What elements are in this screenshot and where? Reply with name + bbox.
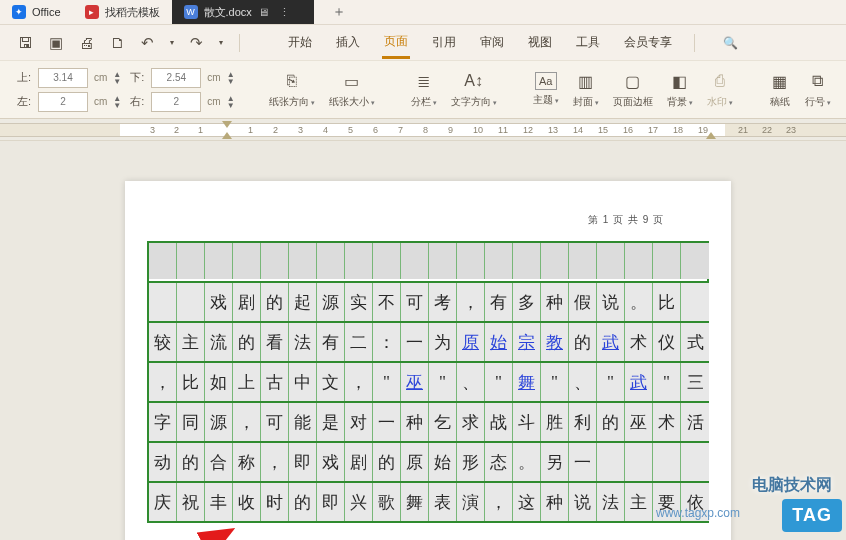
hyperlink-text[interactable]: 舞 [518, 371, 535, 394]
grid-cell[interactable]: 斗 [513, 403, 541, 441]
grid-cell[interactable]: " [653, 363, 681, 401]
spin-icon[interactable]: ▲▼ [227, 71, 237, 85]
grid-cell[interactable]: 看 [261, 323, 289, 361]
hyperlink-text[interactable]: 教 [546, 331, 563, 354]
preview-button[interactable]: 🗋 [110, 34, 125, 51]
margin-left-input[interactable]: 2 [38, 92, 88, 112]
grid-cell[interactable]: 一 [569, 443, 597, 481]
grid-cell[interactable]: 丰 [205, 483, 233, 521]
hyperlink-text[interactable]: 始 [490, 331, 507, 354]
grid-cell[interactable]: 歌 [373, 483, 401, 521]
grid-cell[interactable]: 始 [485, 323, 513, 361]
grid-cell[interactable]: 源 [205, 403, 233, 441]
menu-start[interactable]: 开始 [286, 28, 314, 57]
grid-cell[interactable]: 。 [625, 283, 653, 321]
menu-refs[interactable]: 引用 [430, 28, 458, 57]
grid-cell[interactable]: 说 [597, 283, 625, 321]
grid-cell[interactable] [149, 243, 177, 279]
grid-cell[interactable]: 舞 [401, 483, 429, 521]
grid-cell[interactable]: 教 [541, 323, 569, 361]
grid-cell[interactable] [177, 283, 205, 321]
watermark-button[interactable]: ⎙ 水印▾ [703, 70, 737, 109]
menu-review[interactable]: 审阅 [478, 28, 506, 57]
grid-cell[interactable] [485, 243, 513, 279]
grid-cell[interactable]: 实 [345, 283, 373, 321]
grid-cell[interactable] [205, 243, 233, 279]
grid-cell[interactable] [401, 243, 429, 279]
document-area[interactable]: 第 1 页 共 9 页 戏剧的起源实不可考，有多种假说。比较主流的看法有二：一为… [0, 141, 846, 540]
grid-cell[interactable]: 乞 [429, 403, 457, 441]
paper-size-button[interactable]: ▭ 纸张大小▾ [325, 70, 379, 109]
grid-cell[interactable]: 的 [177, 443, 205, 481]
grid-cell[interactable]: 原 [457, 323, 485, 361]
grid-cell[interactable]: 法 [289, 323, 317, 361]
grid-cell[interactable] [513, 243, 541, 279]
tab-overflow-icon[interactable]: ⋮ [279, 6, 290, 19]
grid-cell[interactable] [457, 243, 485, 279]
grid-cell[interactable]: 时 [261, 483, 289, 521]
grid-cell[interactable]: 演 [457, 483, 485, 521]
grid-row[interactable]: 动的合称，即戏剧的原始形态。另一 [147, 441, 709, 481]
text-direction-button[interactable]: A↕ 文字方向▾ [447, 70, 501, 109]
page-border-button[interactable]: ▢ 页面边框 [609, 70, 657, 109]
grid-cell[interactable]: 假 [569, 283, 597, 321]
grid-row[interactable]: ，比如上古中文，"巫"、"舞"、"武"三 [147, 361, 709, 401]
grid-cell[interactable]: " [541, 363, 569, 401]
grid-cell[interactable]: 的 [569, 323, 597, 361]
grid-cell[interactable] [373, 243, 401, 279]
grid-cell[interactable]: 。 [513, 443, 541, 481]
menu-page[interactable]: 页面 [382, 27, 410, 59]
grid-cell[interactable]: 中 [289, 363, 317, 401]
grid-cell[interactable]: 字 [149, 403, 177, 441]
grid-cell[interactable]: 说 [569, 483, 597, 521]
export-button[interactable]: ▣ [49, 34, 63, 52]
search-icon[interactable]: 🔍 [723, 36, 738, 50]
grid-cell[interactable]: 文 [317, 363, 345, 401]
grid-row[interactable]: 庆祝丰收时的即兴歌舞表演，这种说法主要依 [147, 481, 709, 521]
grid-cell[interactable]: 源 [317, 283, 345, 321]
grid-cell[interactable]: 可 [401, 283, 429, 321]
grid-cell[interactable]: 胜 [541, 403, 569, 441]
grid-cell[interactable]: 主 [177, 323, 205, 361]
background-button[interactable]: ◧ 背景▾ [663, 70, 697, 109]
grid-cell[interactable]: 态 [485, 443, 513, 481]
grid-cell[interactable]: 战 [485, 403, 513, 441]
grid-cell[interactable]: 为 [429, 323, 457, 361]
grid-cell[interactable]: 比 [653, 283, 681, 321]
hyperlink-text[interactable]: 巫 [406, 371, 423, 394]
grid-cell[interactable]: 戏 [317, 443, 345, 481]
grid-cell[interactable] [261, 243, 289, 279]
grid-cell[interactable]: 活 [681, 403, 709, 441]
grid-cell[interactable]: 求 [457, 403, 485, 441]
grid-cell[interactable] [681, 243, 709, 279]
grid-cell[interactable]: 原 [401, 443, 429, 481]
grid-cell[interactable]: 称 [233, 443, 261, 481]
grid-cell[interactable] [597, 443, 625, 481]
grid-cell[interactable] [317, 243, 345, 279]
grid-cell[interactable]: ： [373, 323, 401, 361]
page[interactable]: 第 1 页 共 9 页 戏剧的起源实不可考，有多种假说。比较主流的看法有二：一为… [125, 181, 731, 540]
horizontal-ruler[interactable]: 32112345678910111213141516171819212223 [0, 119, 846, 141]
grid-cell[interactable]: 种 [401, 403, 429, 441]
grid-cell[interactable]: 武 [597, 323, 625, 361]
grid-cell[interactable]: 种 [541, 283, 569, 321]
manuscript-button[interactable]: ▦ 稿纸 [765, 70, 795, 109]
grid-cell[interactable]: 合 [205, 443, 233, 481]
hyperlink-text[interactable]: 武 [630, 371, 647, 394]
grid-cell[interactable]: 庆 [149, 483, 177, 521]
grid-cell[interactable]: 剧 [233, 283, 261, 321]
grid-cell[interactable]: 、 [457, 363, 485, 401]
menu-insert[interactable]: 插入 [334, 28, 362, 57]
spin-icon[interactable]: ▲▼ [113, 95, 123, 109]
grid-cell[interactable]: ， [485, 483, 513, 521]
grid-cell[interactable]: 较 [149, 323, 177, 361]
grid-cell[interactable]: 不 [373, 283, 401, 321]
grid-cell[interactable]: 兴 [345, 483, 373, 521]
menu-tools[interactable]: 工具 [574, 28, 602, 57]
line-number-button[interactable]: ⧉ 行号▾ [801, 70, 835, 109]
grid-row[interactable]: 字同源，可能是对一种乞求战斗胜利的巫术活 [147, 401, 709, 441]
grid-cell[interactable]: 的 [233, 323, 261, 361]
grid-cell[interactable]: 祝 [177, 483, 205, 521]
cover-button[interactable]: ▥ 封面▾ [569, 70, 603, 109]
grid-cell[interactable]: 上 [233, 363, 261, 401]
